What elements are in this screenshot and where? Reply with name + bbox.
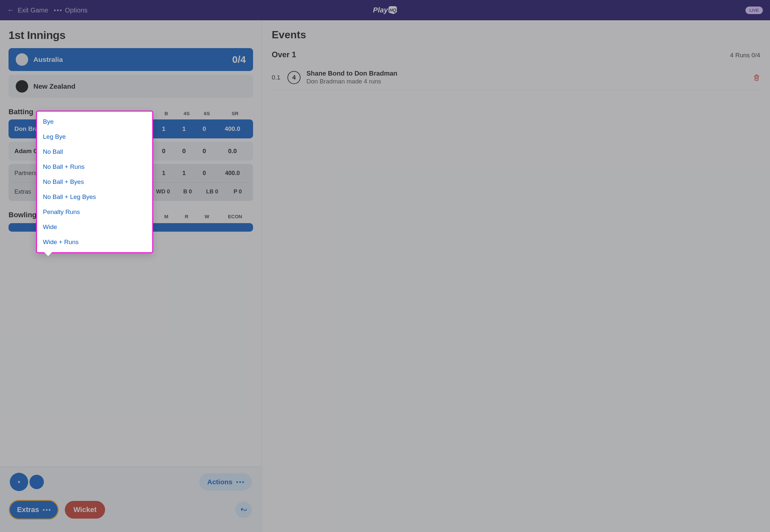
- actions-button[interactable]: Actions: [199, 473, 252, 490]
- extras-option-no-ball-byes[interactable]: No Ball + Byes: [37, 174, 152, 189]
- col-econ: ECON: [217, 214, 253, 219]
- extras-p: P 0: [225, 188, 250, 195]
- event-line2: Don Bradman made 4 runs: [306, 78, 398, 85]
- batter-4s: 0: [174, 148, 194, 155]
- batting-team-row[interactable]: Australia 0/4: [9, 48, 253, 71]
- team-color-dot: [16, 53, 28, 66]
- run-buttons: Actions: [10, 473, 252, 491]
- extras-option-leg-bye[interactable]: Leg Bye: [37, 129, 152, 144]
- col-sr: SR: [217, 111, 253, 116]
- col-6s: 6S: [197, 111, 217, 116]
- partnership-b: 1: [153, 170, 174, 177]
- wicket-button[interactable]: Wicket: [65, 501, 105, 519]
- extras-option-wide[interactable]: Wide: [37, 220, 152, 235]
- over-summary: 4 Runs 0/4: [730, 52, 760, 59]
- batter-b: 0: [153, 148, 174, 155]
- col-m: M: [156, 214, 176, 219]
- over-header: Over 1 4 Runs 0/4: [272, 50, 760, 59]
- over-label: Over 1: [272, 50, 296, 59]
- innings-title: 1st Innings: [9, 29, 253, 42]
- live-badge: LIVE: [745, 7, 763, 14]
- action-bar: Actions Extras Wicket ↪: [0, 467, 261, 532]
- event-row: 0.1 4 Shane Bond to Don Bradman Don Brad…: [272, 65, 760, 90]
- batter-sr: 400.0: [214, 125, 250, 133]
- app-header: ← Exit Game Options Play HQ LIVE: [0, 0, 770, 20]
- undo-button[interactable]: ↪: [235, 502, 252, 518]
- col-b: B: [156, 111, 176, 116]
- batter-b: 1: [153, 125, 174, 133]
- extras-button[interactable]: Extras: [10, 501, 58, 519]
- col-w: W: [197, 214, 217, 219]
- exit-game-label: Exit Game: [18, 7, 48, 14]
- options-button[interactable]: Options: [54, 7, 87, 14]
- extras-lb: LB 0: [199, 188, 225, 195]
- logo-badge: HQ: [389, 6, 397, 14]
- extras-popover: Bye Leg Bye No Ball No Ball + Runs No Ba…: [36, 111, 153, 253]
- exit-game-button[interactable]: ← Exit Game: [7, 6, 48, 14]
- batting-team-score: 0/4: [232, 54, 246, 65]
- ellipsis-icon: [236, 481, 244, 483]
- extras-option-no-ball[interactable]: No Ball: [37, 144, 152, 159]
- scorecard-panel: 1st Innings Australia 0/4 New Zealand Ba…: [0, 20, 262, 532]
- col-4s: 4S: [176, 111, 197, 116]
- bowling-team-row[interactable]: New Zealand: [9, 75, 253, 98]
- extras-option-no-ball-legbyes[interactable]: No Ball + Leg Byes: [37, 189, 152, 204]
- partnership-6s: 0: [194, 170, 214, 177]
- delete-event-button[interactable]: [753, 74, 760, 81]
- extras-option-bye[interactable]: Bye: [37, 114, 152, 129]
- col-rw: R: [176, 214, 197, 219]
- events-panel: Events Over 1 4 Runs 0/4 0.1 4 Shane Bon…: [262, 20, 770, 532]
- dot-icon: [18, 481, 20, 483]
- batting-team-name: Australia: [33, 56, 63, 63]
- wicket-label: Wicket: [73, 505, 97, 514]
- actions-label: Actions: [207, 478, 232, 486]
- ball-number: 0.1: [272, 74, 281, 81]
- run-0-button[interactable]: [10, 473, 28, 491]
- event-line1: Shane Bond to Don Bradman: [306, 70, 398, 77]
- partnership-sr: 400.0: [214, 170, 250, 177]
- main: 1st Innings Australia 0/4 New Zealand Ba…: [0, 20, 770, 532]
- logo: Play HQ: [373, 6, 397, 14]
- ellipsis-icon: [54, 9, 62, 11]
- batter-sr: 0.0: [214, 148, 250, 155]
- events-title: Events: [272, 29, 760, 41]
- team-color-dot: [16, 80, 28, 93]
- batter-4s: 1: [174, 125, 194, 133]
- trash-icon: [753, 74, 760, 81]
- run-1-button[interactable]: [29, 475, 44, 489]
- batter-6s: 0: [194, 148, 214, 155]
- ellipsis-icon: [43, 509, 50, 511]
- extras-option-penalty-runs[interactable]: Penalty Runs: [37, 204, 152, 220]
- back-arrow-icon: ←: [7, 6, 14, 14]
- header-left: ← Exit Game Options: [7, 6, 87, 14]
- extras-b: B 0: [176, 188, 199, 195]
- extras-label: Extras: [17, 505, 39, 514]
- bowling-team-name: New Zealand: [33, 82, 75, 90]
- ball-runs-badge: 4: [287, 71, 300, 84]
- partnership-4s: 1: [174, 170, 194, 177]
- batter-6s: 0: [194, 125, 214, 133]
- extras-option-no-ball-runs[interactable]: No Ball + Runs: [37, 159, 152, 174]
- options-label: Options: [65, 7, 87, 14]
- extras-wd: WD 0: [150, 188, 176, 195]
- event-text: Shane Bond to Don Bradman Don Bradman ma…: [306, 70, 398, 85]
- logo-text: Play: [373, 6, 388, 14]
- lower-action-row: Extras Wicket ↪: [10, 501, 252, 519]
- extras-option-wide-runs[interactable]: Wide + Runs: [37, 235, 152, 250]
- undo-icon: ↪: [239, 504, 248, 515]
